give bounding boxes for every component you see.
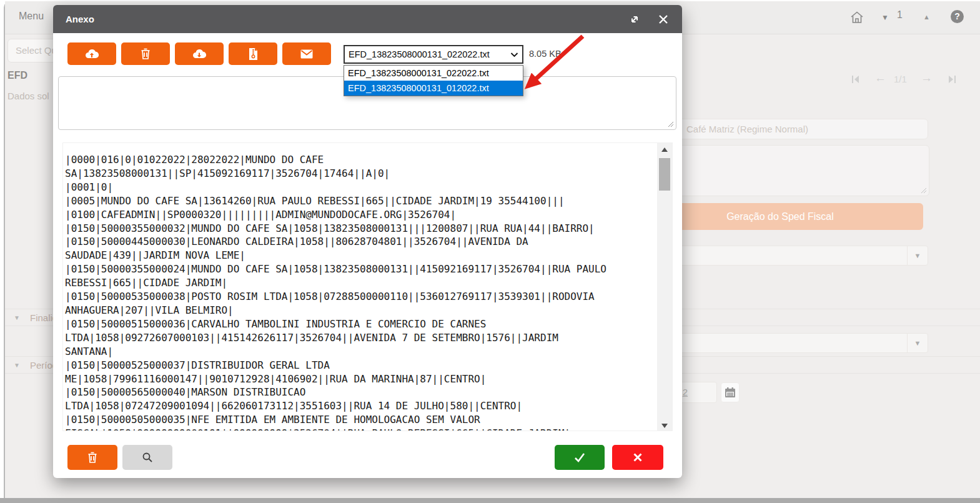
chevron-down-icon <box>510 52 518 57</box>
company-field: Café Matriz (Regime Normal) <box>675 119 928 139</box>
check-icon <box>573 452 586 463</box>
delete-button[interactable] <box>67 445 117 470</box>
attachment-file-select[interactable]: EFD_13823508000131_022022.txt <box>344 45 523 64</box>
search-icon <box>142 452 153 463</box>
scrollbar-thumb[interactable] <box>659 158 670 191</box>
modal-title-bar[interactable]: Anexo <box>53 5 682 33</box>
download-cloud-icon <box>192 47 207 60</box>
chevron-down-icon: ▼ <box>907 334 928 352</box>
chevron-down-icon: ▼ <box>14 362 20 369</box>
file-select-listbox: EFD_13823508000131_022022.txt EFD_138235… <box>344 65 523 96</box>
file-option-022022[interactable]: EFD_13823508000131_022022.txt <box>344 66 523 81</box>
vertical-scrollbar[interactable] <box>657 143 672 431</box>
delete-attachment-button[interactable] <box>121 42 170 65</box>
calendar-icon <box>724 386 736 399</box>
previous-page-icon[interactable]: ← <box>874 71 886 85</box>
download-cloud-button[interactable] <box>175 42 224 65</box>
module-subtitle: Dados sol <box>7 91 49 101</box>
send-email-button[interactable] <box>282 42 331 65</box>
home-icon[interactable] <box>849 10 864 27</box>
resize-grip-icon <box>666 120 674 127</box>
upload-cloud-button[interactable] <box>67 42 116 65</box>
anexo-modal: Anexo <box>53 5 682 478</box>
cancel-button[interactable] <box>612 445 663 470</box>
first-page-icon[interactable] <box>851 75 861 86</box>
close-icon[interactable] <box>657 13 670 26</box>
selected-file-name: EFD_13823508000131_022022.txt <box>349 49 510 59</box>
calendar-button[interactable] <box>721 382 740 402</box>
confirm-button[interactable] <box>555 445 605 470</box>
trash-icon <box>87 451 98 464</box>
zip-file-button[interactable] <box>229 42 277 65</box>
modal-title: Anexo <box>66 14 94 24</box>
screen: Menu ▼ 1 ▲ ? Select Qu EFD Dados sol ▼ F… <box>0 0 980 503</box>
caret-down-icon[interactable]: ▼ <box>881 13 889 22</box>
last-page-icon[interactable] <box>947 75 957 86</box>
resize-grip-icon <box>919 186 927 194</box>
collapse-icon[interactable]: ▲ <box>923 13 930 21</box>
file-content-text: |0000|016|0|01022022|28022022|MUNDO DO C… <box>63 143 672 431</box>
file-size-label: 8.05 KB <box>529 49 562 59</box>
next-page-icon[interactable]: → <box>921 71 933 85</box>
help-icon[interactable]: ? <box>951 10 964 23</box>
chevron-down-icon: ▼ <box>907 246 928 265</box>
module-title: EFD <box>7 70 27 81</box>
notes-textarea[interactable] <box>675 145 929 196</box>
zip-file-icon <box>248 47 259 61</box>
menu-button[interactable]: Menu <box>19 11 44 22</box>
search-button[interactable] <box>122 445 172 470</box>
trash-icon <box>140 47 151 60</box>
scroll-up-icon[interactable] <box>657 143 672 156</box>
envelope-icon <box>300 49 313 59</box>
expand-icon[interactable] <box>628 13 641 26</box>
page-number: 1 <box>897 9 903 21</box>
page-indicator: 1/1 <box>894 74 907 84</box>
file-option-012022-highlighted[interactable]: EFD_13823508000131_012022.txt <box>344 81 523 96</box>
window-bottom-edge <box>0 498 980 503</box>
chevron-down-icon: ▼ <box>14 314 20 321</box>
scroll-down-icon[interactable] <box>657 419 672 431</box>
file-content-viewer[interactable]: |0000|016|0|01022022|28022022|MUNDO DO C… <box>62 142 673 431</box>
upload-cloud-icon <box>84 47 99 60</box>
x-icon <box>633 452 643 462</box>
